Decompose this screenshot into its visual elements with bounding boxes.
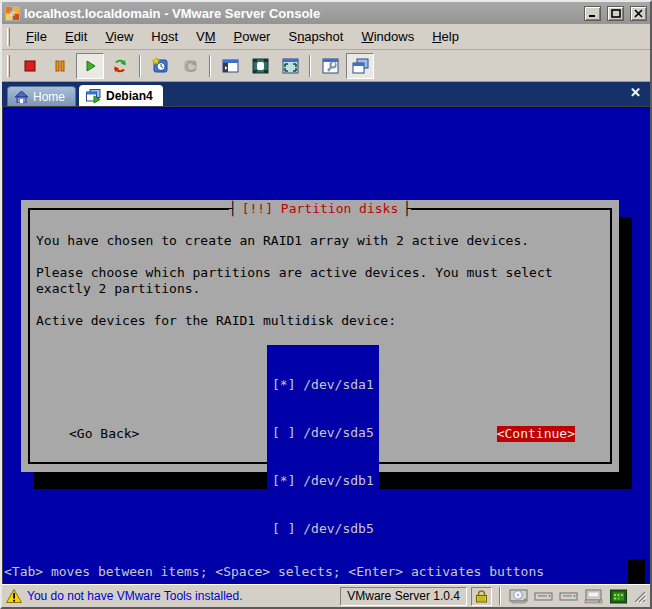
partition-disks-dialog: ┤[!!] Partition disks├ You have chosen t… (21, 200, 619, 472)
checkbox-state: [ ] (272, 425, 295, 440)
maximize-button[interactable] (607, 6, 624, 21)
network-device-icon[interactable] (608, 588, 629, 605)
menu-view[interactable]: View (96, 27, 142, 46)
menu-edit[interactable]: Edit (56, 27, 96, 46)
statusbar-right: VMware Server 1.0.4 (340, 587, 646, 606)
suspend-button[interactable] (46, 53, 74, 79)
console-full-screen-icon (282, 58, 299, 74)
tab-debian4-label: Debian4 (106, 89, 153, 103)
statusbar: You do not have VMware Tools installed. … (2, 584, 650, 607)
reset-button[interactable] (106, 53, 134, 79)
device-label: /dev/sdb1 (303, 473, 373, 488)
close-icon (634, 9, 643, 18)
window-title: localhost.localdomain - VMware Server Co… (24, 6, 578, 21)
menubar: File Edit View Host VM Power Snapshot Wi… (2, 24, 650, 50)
settings-wrench-icon (322, 58, 339, 74)
dialog-title-text: [!!] Partition disks (237, 201, 404, 216)
suspend-icon (52, 58, 68, 74)
power-off-icon (22, 58, 38, 74)
checklist-item-sda5[interactable]: [ ]/dev/sda5 (272, 425, 374, 441)
checklist-item-sdb5[interactable]: [ ]/dev/sdb5 (272, 521, 374, 537)
tabbar: Home Debian4 ✕ (2, 82, 650, 106)
menu-help[interactable]: Help (423, 27, 468, 46)
device-label: /dev/sdb5 (303, 521, 373, 536)
toolbar-separator (209, 55, 211, 77)
tab-home[interactable]: Home (7, 86, 76, 106)
go-back-button[interactable]: <Go Back> (69, 426, 139, 442)
menu-power[interactable]: Power (225, 27, 280, 46)
checkbox-state: [*] (272, 377, 295, 392)
toolbar-separator (309, 55, 311, 77)
vmware-logo-icon (5, 6, 20, 21)
revert-snapshot-button[interactable] (176, 53, 204, 79)
quick-switch-icon (222, 58, 239, 74)
power-on-button[interactable] (76, 53, 104, 79)
toolbar-separator (139, 55, 141, 77)
tab-home-label: Home (33, 90, 65, 104)
reset-icon (112, 58, 128, 74)
device-label: /dev/sda5 (303, 425, 373, 440)
menu-vm[interactable]: VM (187, 27, 225, 46)
menubar-grip[interactable] (7, 28, 10, 46)
dialog-instruction-line1: Please choose which partitions are activ… (36, 265, 553, 281)
statusbar-separator (499, 587, 501, 605)
dialog-list-label: Active devices for the RAID1 multidisk d… (36, 313, 396, 329)
console-view-button[interactable] (346, 53, 374, 79)
continue-button[interactable]: <Continue> (497, 426, 575, 442)
console-view-icon (352, 58, 369, 74)
screen-black-margin (628, 559, 645, 584)
vmware-tools-warning-link[interactable]: You do not have VMware Tools installed. (27, 589, 242, 603)
menu-host[interactable]: Host (142, 27, 187, 46)
menu-snapshot[interactable]: Snapshot (279, 27, 352, 46)
checkbox-state: [ ] (272, 521, 295, 536)
padlock-icon (475, 590, 488, 603)
titlebar: localhost.localdomain - VMware Server Co… (2, 2, 650, 24)
console-help-line: <Tab> moves between items; <Space> selec… (4, 564, 544, 580)
quick-switch-button[interactable] (216, 53, 244, 79)
checklist-item-sda1[interactable]: [*]/dev/sda1 (272, 377, 374, 393)
minimize-button[interactable] (584, 6, 601, 21)
maximize-icon (611, 9, 621, 18)
full-screen-button[interactable] (246, 53, 274, 79)
vm-icon (86, 89, 101, 103)
checklist-item-sdb1[interactable]: [*]/dev/sdb1 (272, 473, 374, 489)
power-off-button[interactable] (16, 53, 44, 79)
vmware-server-console-window: localhost.localdomain - VMware Server Co… (0, 0, 652, 609)
product-version-label: VMware Server 1.0.4 (340, 587, 467, 606)
vm-console-screen[interactable]: ┤[!!] Partition disks├ You have chosen t… (2, 106, 650, 584)
menu-windows[interactable]: Windows (352, 27, 423, 46)
input-grab-button[interactable] (471, 587, 492, 606)
title-tick-right: ├ (403, 201, 411, 216)
toolbar (2, 50, 650, 82)
dialog-intro-text: You have chosen to create an RAID1 array… (36, 233, 529, 249)
raid-device-checklist: [*]/dev/sda1 [ ]/dev/sda5 [*]/dev/sdb1 [… (267, 345, 379, 569)
play-icon (82, 58, 98, 74)
console-full-screen-button[interactable] (276, 53, 304, 79)
snapshot-icon (152, 57, 169, 74)
tab-debian4[interactable]: Debian4 (79, 85, 163, 106)
warning-icon (6, 589, 22, 603)
home-icon (15, 91, 28, 103)
revert-snapshot-icon (182, 57, 199, 74)
title-tick-left: ┤ (229, 201, 237, 216)
toolbar-grip[interactable] (7, 55, 10, 77)
tab-close-icon[interactable]: ✕ (630, 86, 641, 99)
take-snapshot-button[interactable] (146, 53, 174, 79)
menu-file[interactable]: File (17, 27, 56, 46)
minimize-icon (588, 9, 598, 18)
vm-settings-button[interactable] (316, 53, 344, 79)
floppy-device-icon[interactable] (533, 588, 554, 605)
close-button[interactable] (630, 6, 647, 21)
dialog-title: ┤[!!] Partition disks├ (21, 201, 619, 217)
harddisk-device-icon[interactable] (583, 588, 604, 605)
cdrom-device-icon[interactable] (508, 588, 529, 605)
dialog-instruction-line2: exactly 2 partitions. (36, 281, 200, 297)
floppy-device-icon[interactable] (558, 588, 579, 605)
checkbox-state: [*] (272, 473, 295, 488)
full-screen-icon (252, 58, 269, 74)
resize-grip[interactable] (633, 590, 646, 603)
device-label: /dev/sda1 (303, 377, 373, 392)
